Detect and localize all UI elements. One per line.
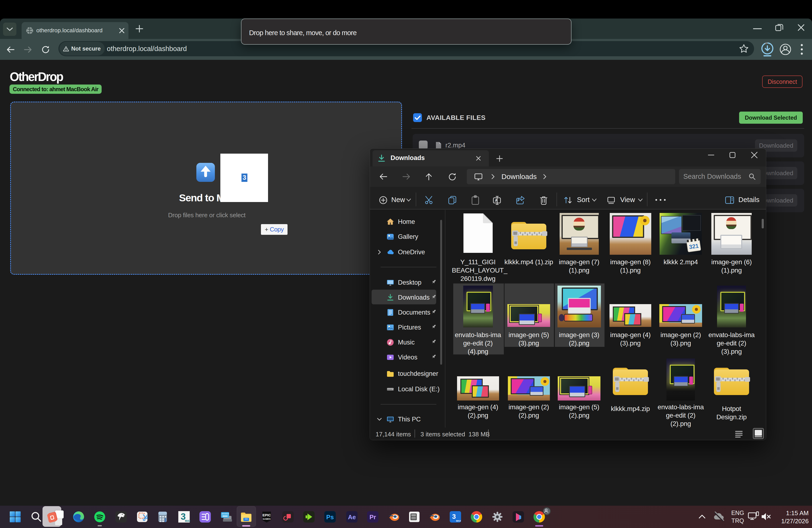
svg-text:Ps: Ps: [326, 514, 334, 520]
svg-text:MAX: MAX: [456, 520, 461, 522]
svg-text:MAX: MAX: [185, 519, 190, 522]
svg-text:3: 3: [452, 513, 456, 520]
svg-text:EPIC: EPIC: [262, 513, 271, 517]
svg-text:Ae: Ae: [348, 514, 356, 520]
svg-text:Pr: Pr: [369, 514, 376, 520]
svg-text:GAMES: GAMES: [263, 518, 271, 520]
svg-text:A: A: [495, 199, 498, 203]
